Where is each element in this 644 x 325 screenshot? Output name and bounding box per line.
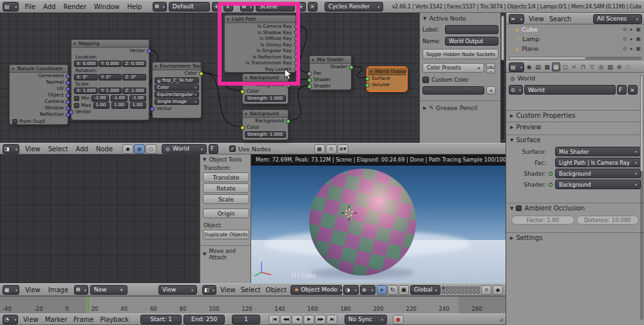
number-field[interactable]: Y: 1.000 [99, 88, 122, 94]
node-header[interactable]: Texture Coordinate [10, 65, 68, 73]
image-editor-canvas[interactable] [0, 154, 200, 283]
socket-icon[interactable] [66, 87, 70, 91]
socket-icon[interactable] [240, 125, 245, 130]
current-frame-marker[interactable] [88, 297, 89, 314]
node-name-input[interactable]: World Output [445, 37, 498, 46]
number-field[interactable]: 1.00 [130, 102, 147, 109]
transform-button[interactable]: Scale [203, 194, 249, 204]
properties-tab[interactable]: ◍ [552, 62, 560, 71]
properties-tab[interactable]: ◌ [624, 62, 632, 71]
menu-item[interactable]: View [21, 145, 44, 153]
shader-select[interactable]: Background ▾ [555, 180, 641, 189]
layout-browse-button[interactable]: ▤ ▾ [153, 2, 167, 12]
renderable-icon[interactable]: ▣ [636, 46, 641, 51]
snap-button[interactable]: ∩ [326, 144, 337, 154]
node-header[interactable]: Mix Shader [310, 56, 351, 64]
output-socket-row[interactable]: Vector [71, 48, 149, 54]
viewport-3d[interactable]: z (1) Cube [251, 165, 506, 283]
frame-start-field[interactable]: Start: 1 [140, 315, 182, 324]
mode-select[interactable]: ◉ Object Mode ▾ [290, 285, 342, 295]
properties-tab[interactable]: ▦ [543, 62, 551, 71]
grease-pencil-panel-header[interactable]: ▶ ✎ Grease Pencil [423, 104, 477, 111]
duplicate-objects-button[interactable]: Duplicate Objects [203, 230, 249, 239]
render-opengl-button[interactable]: ◉ [493, 285, 503, 295]
socket-icon[interactable] [66, 80, 70, 85]
number-field[interactable]: Y: 0° [99, 74, 122, 80]
properties-scrollbar[interactable] [640, 75, 643, 320]
menu-item[interactable]: Select [44, 145, 72, 153]
socket-icon[interactable] [66, 93, 70, 98]
shader-type-world-button[interactable]: ◍ [134, 144, 145, 154]
transport-button[interactable]: ▶▶ [315, 315, 326, 324]
viewport-shading-select[interactable]: ◑ ▾ [343, 285, 359, 295]
socket-icon[interactable] [365, 83, 370, 88]
color-presets-select[interactable]: Color Presets ▾ [422, 63, 484, 73]
input-socket-row[interactable]: Fac [310, 70, 351, 77]
socket-icon[interactable] [240, 89, 245, 94]
menu-item[interactable]: Help [124, 3, 146, 11]
menu-item[interactable]: View [218, 286, 238, 294]
menu-item[interactable]: View [526, 15, 547, 23]
properties-tab[interactable]: ⊂ [570, 62, 578, 71]
menu-item[interactable]: Image [44, 286, 72, 294]
output-socket-row[interactable]: Color [153, 70, 201, 77]
rotate-manipulator-button[interactable]: ↻ [388, 285, 398, 295]
editor-type-button[interactable]: ▦ ▾ [3, 285, 19, 295]
scene-close-button[interactable]: × [308, 2, 317, 12]
properties-tab[interactable]: ◎ [597, 62, 605, 71]
socket-icon[interactable] [147, 49, 151, 53]
origin-button[interactable]: Origin [203, 209, 249, 218]
use-nodes-checkbox[interactable]: ✓ [229, 145, 236, 152]
number-field[interactable]: X: 0.000 [74, 60, 98, 67]
properties-tab[interactable]: ◻ [561, 62, 569, 71]
socket-icon[interactable] [66, 100, 70, 104]
renderable-icon[interactable]: ▣ [636, 26, 641, 32]
visibility-eye-icon[interactable]: ⊙ [623, 26, 627, 32]
preset-remove-button[interactable]: − [486, 68, 495, 73]
number-field[interactable]: Z: 0.000 [122, 60, 146, 67]
color-swatch-menu-button[interactable]: ▾ [486, 86, 496, 95]
socket-icon[interactable] [199, 71, 204, 76]
input-socket-row[interactable]: Vector [71, 109, 149, 115]
number-field[interactable]: 1.00 [93, 102, 110, 109]
shader-select[interactable]: Mix Shader ▾ [555, 147, 641, 156]
properties-tab[interactable]: ▤ [534, 62, 542, 71]
output-socket-row[interactable]: Object [10, 92, 68, 98]
editor-type-button[interactable]: ◔ ▾ [3, 315, 18, 324]
renderable-icon[interactable]: ▣ [636, 36, 641, 42]
node-texture-coordinate[interactable]: Texture Coordinate GeneratedNormalUVObje… [9, 64, 68, 125]
strength-field[interactable]: Strength: 1.000 [245, 95, 286, 102]
socket-icon[interactable] [69, 110, 73, 115]
socket-icon[interactable] [307, 84, 312, 89]
from-dupli-checkbox[interactable]: From Dupli [10, 118, 68, 125]
socket-icon[interactable] [307, 71, 312, 76]
number-field[interactable]: -1.00 [111, 95, 128, 102]
input-socket-row[interactable]: Color [243, 88, 288, 95]
socket-icon[interactable] [349, 65, 354, 70]
menu-item[interactable]: Search [547, 15, 574, 23]
snap-toggle-button[interactable]: ∩ [481, 285, 491, 295]
menu-item[interactable]: Add [39, 3, 59, 11]
number-field[interactable]: X: 1.000 [74, 88, 98, 94]
input-socket-row[interactable]: Volume [368, 82, 406, 88]
outliner-item[interactable]: ▲ Plane ⊙ ▸ ▣ [506, 44, 644, 53]
image-datablock-field[interactable]: ▦ ftop_C_3k.hdr [155, 77, 199, 84]
node-header[interactable]: Background [243, 110, 288, 118]
number-field[interactable]: -1.00 [91, 95, 108, 102]
outliner-scope-select[interactable]: All Scenes ▾ [593, 14, 642, 24]
node-mix-shader[interactable]: Mix Shader Shader FacShaderShader [309, 55, 352, 90]
outliner-item[interactable]: ▲ Cube ⊙ ▸ ▣ [506, 24, 644, 34]
layers-widget[interactable] [442, 286, 480, 293]
projection-select[interactable]: Equirectangular▾ [155, 91, 199, 98]
socket-icon[interactable] [150, 107, 155, 111]
scale-manipulator-button[interactable]: ▣ [399, 285, 409, 295]
properties-tab[interactable]: ⊓ [579, 62, 587, 71]
frame-end-field[interactable]: End: 250 [184, 315, 225, 324]
output-socket-row[interactable]: UV [10, 86, 68, 92]
number-field[interactable]: Z: 0° [122, 74, 146, 80]
transport-button[interactable]: |◀ [269, 315, 279, 324]
object-tools-panel-header[interactable]: ▼ Object Tools [200, 154, 251, 163]
preview-panel-header[interactable]: ▶ Preview [506, 122, 644, 132]
socket-icon[interactable] [66, 74, 70, 79]
menu-item[interactable]: Playback [97, 315, 132, 324]
